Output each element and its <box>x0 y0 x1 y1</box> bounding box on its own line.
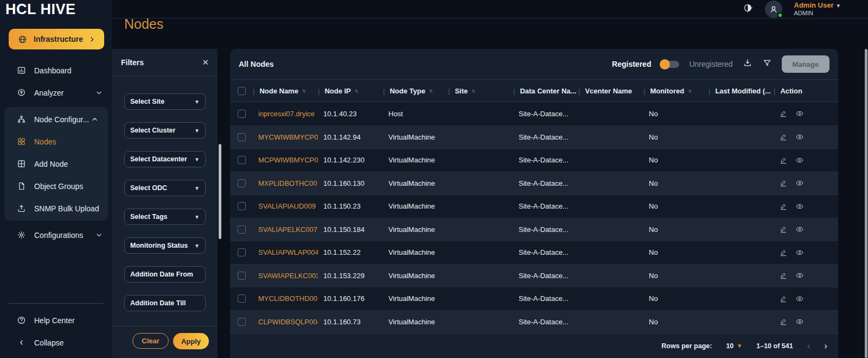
node-name-link[interactable]: MYCLIDBOTHD00 <box>253 294 318 303</box>
filters-title: Filters <box>121 58 144 67</box>
column-header-node-type[interactable]: |Node Type↑↓ <box>383 87 448 95</box>
registered-toggle[interactable] <box>661 61 679 68</box>
theme-toggle-icon[interactable] <box>743 3 753 15</box>
view-eye-icon[interactable] <box>795 225 804 234</box>
node-name-link[interactable]: MXPLIDBOTHC00 <box>253 179 318 187</box>
view-eye-icon[interactable] <box>795 294 804 303</box>
sidebar-item-collapse[interactable]: Collapse <box>0 331 112 354</box>
edit-pencil-icon[interactable] <box>779 156 788 165</box>
edit-pencil-icon[interactable] <box>779 317 788 326</box>
edit-pencil-icon[interactable] <box>779 179 788 187</box>
view-eye-icon[interactable] <box>795 156 804 165</box>
view-eye-icon[interactable] <box>795 317 804 326</box>
node-name-link[interactable]: SVALIAPIAUD009 <box>253 202 318 210</box>
row-checkbox[interactable] <box>238 179 246 187</box>
download-icon[interactable] <box>743 58 752 70</box>
view-eye-icon[interactable] <box>795 202 804 211</box>
manage-button[interactable]: Manage <box>782 55 829 73</box>
node-name-link[interactable]: inprcesxi07.dryice <box>253 110 318 118</box>
user-avatar[interactable] <box>765 1 782 18</box>
edit-pencil-icon[interactable] <box>779 109 788 118</box>
chevron-down-icon: ▼ <box>194 99 200 105</box>
filter-dropdown-select-cluster[interactable]: Select Cluster▼ <box>124 122 206 139</box>
filter-date-addition-date-till[interactable]: Addition Date Till <box>124 295 206 311</box>
row-checkbox[interactable] <box>238 248 246 256</box>
view-eye-icon[interactable] <box>795 133 804 141</box>
chevron-up-icon <box>90 115 99 124</box>
column-separator: | <box>253 87 254 95</box>
view-eye-icon[interactable] <box>795 179 804 187</box>
edit-pencil-icon[interactable] <box>779 202 788 211</box>
edit-pencil-icon[interactable] <box>779 225 788 234</box>
node-type: VirtualMachine <box>383 318 448 326</box>
node-name-link[interactable]: CLPWIDBSQLP004 <box>253 318 318 326</box>
sort-icon[interactable]: ↑↓ <box>688 88 691 93</box>
filter-dropdown-select-tags[interactable]: Select Tags▼ <box>124 209 206 225</box>
user-menu[interactable]: Admin User ADMIN ▾ <box>794 1 840 17</box>
data-center-name: Site-A-Datace... <box>513 179 578 187</box>
sidebar-item-node-configuration[interactable]: Node Configur... <box>4 108 108 130</box>
sort-icon[interactable]: ↑↓ <box>355 88 358 93</box>
node-ip: 10.1.142.94 <box>318 133 383 141</box>
sort-icon[interactable]: ↑↓ <box>471 88 474 93</box>
row-checkbox[interactable] <box>238 318 246 326</box>
view-eye-icon[interactable] <box>795 271 804 280</box>
edit-pencil-icon[interactable] <box>779 133 788 141</box>
select-all-checkbox[interactable] <box>238 87 246 95</box>
edit-pencil-icon[interactable] <box>779 248 788 257</box>
node-name-link[interactable]: SVALIAPWLAP004 <box>253 248 318 256</box>
column-header-site[interactable]: |Site↑↓ <box>448 87 513 95</box>
data-center-name: Site-A-Datace... <box>513 318 578 326</box>
edit-pencil-icon[interactable] <box>779 294 788 303</box>
filter-dropdown-monitoring-status[interactable]: Monitoring Status▼ <box>124 237 206 254</box>
table-body: inprcesxi07.dryice10.1.40.23HostSite-A-D… <box>230 102 838 333</box>
sort-icon[interactable]: ↑↓ <box>302 88 305 93</box>
filter-funnel-icon[interactable] <box>762 58 772 70</box>
apply-button[interactable]: Apply <box>173 333 209 349</box>
row-checkbox[interactable] <box>238 294 246 303</box>
sidebar-item-configurations[interactable]: Configurations <box>0 224 112 246</box>
node-name-link[interactable]: SVALIAPELKC007 <box>253 225 318 234</box>
row-actions <box>774 294 838 303</box>
close-icon[interactable]: ✕ <box>202 58 209 67</box>
edit-pencil-icon[interactable] <box>779 271 788 280</box>
sidebar-item-object-groups[interactable]: Object Groups <box>4 175 108 197</box>
next-page-button[interactable]: › <box>824 341 827 351</box>
page-scrollbar[interactable] <box>865 49 867 358</box>
filters-scrollbar[interactable] <box>219 144 221 239</box>
column-separator: | <box>643 87 645 95</box>
filter-dropdown-select-datacenter[interactable]: Select Datacenter▼ <box>124 151 206 167</box>
filter-dropdown-select-odc[interactable]: Select ODC▼ <box>124 180 206 196</box>
sidebar-item-dashboard[interactable]: Dashboard <box>0 59 112 81</box>
row-checkbox[interactable] <box>238 272 246 280</box>
row-checkbox[interactable] <box>238 202 246 210</box>
sidebar-item-analyzer[interactable]: Analyzer <box>0 81 112 104</box>
sidebar-item-snmp-bulk-upload[interactable]: SNMP Bulk Upload <box>4 197 108 219</box>
sort-icon[interactable]: ↑↓ <box>429 88 432 93</box>
filter-date-addition-date-from[interactable]: Addition Date From <box>124 266 206 282</box>
row-checkbox[interactable] <box>238 133 246 141</box>
view-eye-icon[interactable] <box>795 248 804 257</box>
column-header-monitored[interactable]: |Monitored↑↓ <box>643 87 709 95</box>
row-checkbox[interactable] <box>238 156 246 164</box>
view-eye-icon[interactable] <box>795 109 804 118</box>
row-checkbox[interactable] <box>238 225 246 234</box>
sidebar-item-label: Node Configur... <box>34 115 90 124</box>
infrastructure-label: Infrastructure <box>34 35 87 43</box>
sidebar-item-add-node[interactable]: Add Node <box>4 153 108 175</box>
node-name-link[interactable]: MCPWIWBMYCP0 <box>253 156 318 164</box>
column-header-node-ip[interactable]: |Node IP↑↓ <box>318 87 383 95</box>
filter-dropdown-select-site[interactable]: Select Site▼ <box>124 93 206 110</box>
node-type: VirtualMachine <box>383 179 448 187</box>
rows-per-page-select[interactable]: 10 ▼ <box>726 342 742 350</box>
infrastructure-button[interactable]: Infrastructure <box>9 29 104 49</box>
previous-page-button[interactable]: ‹ <box>807 341 810 351</box>
clear-button[interactable]: Clear <box>132 333 169 349</box>
node-name-link[interactable]: SVAWIAPELKC003 <box>253 272 318 280</box>
sidebar-item-nodes[interactable]: Nodes <box>4 130 108 153</box>
monitored-value: No <box>643 294 709 303</box>
sidebar-item-help-center[interactable]: Help Center <box>0 309 112 331</box>
column-header-node-name[interactable]: |Node Name↑↓ <box>253 87 318 95</box>
row-checkbox[interactable] <box>238 110 246 118</box>
node-name-link[interactable]: MYCWIWBMYCP0 <box>253 133 318 141</box>
